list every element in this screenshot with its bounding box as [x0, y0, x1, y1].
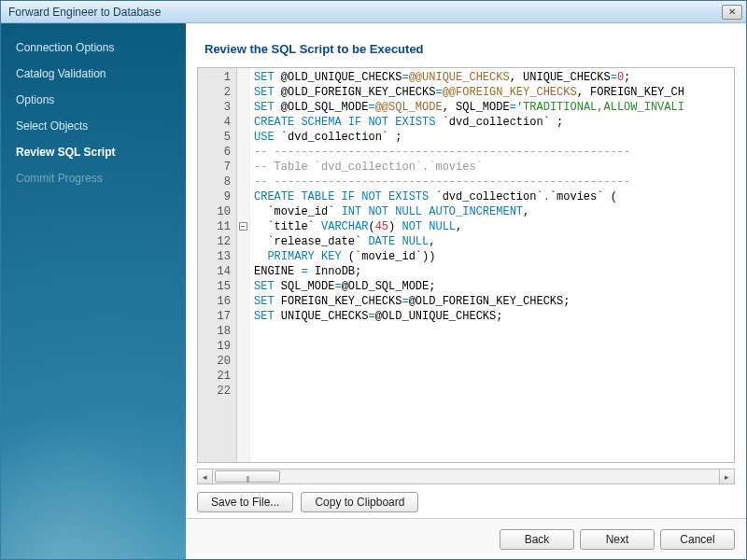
line-number: 5: [215, 130, 231, 145]
code-line[interactable]: -- Table `dvd_collection`.`movies`: [254, 160, 730, 175]
save-to-file-button[interactable]: Save to File...: [197, 492, 293, 512]
action-row: Save to File... Copy to Clipboard: [197, 492, 735, 512]
line-number: 9: [215, 189, 231, 204]
line-number: 1: [215, 70, 231, 85]
page-title: Review the SQL Script to be Executed: [186, 23, 746, 67]
next-button[interactable]: Next: [580, 529, 655, 550]
line-number: 21: [215, 369, 231, 384]
code-line[interactable]: ENGINE = InnoDB;: [254, 264, 730, 279]
line-number: 2: [215, 85, 231, 100]
line-number: 16: [215, 294, 231, 309]
line-number: 22: [215, 384, 231, 399]
fold-column[interactable]: −: [237, 68, 250, 462]
line-number: 4: [215, 115, 231, 130]
copy-to-clipboard-button[interactable]: Copy to Clipboard: [301, 492, 418, 512]
back-button[interactable]: Back: [500, 529, 574, 550]
line-number: 20: [215, 354, 231, 369]
sidebar-item-commit-progress: Commit Progress: [1, 165, 186, 191]
sidebar-item-review-sql-script[interactable]: Review SQL Script: [1, 139, 186, 165]
main-panel: Review the SQL Script to be Executed 123…: [186, 23, 746, 559]
sidebar-item-options[interactable]: Options: [1, 87, 186, 113]
window-title: Forward Engineer to Database: [8, 6, 722, 19]
scrollbar-thumb[interactable]: |||: [215, 470, 280, 483]
line-number-gutter: 12345678910111213141516171819202122: [198, 68, 237, 462]
code-line[interactable]: `title` VARCHAR(45) NOT NULL,: [254, 219, 730, 234]
wizard-sidebar: Connection Options Catalog Validation Op…: [1, 23, 186, 559]
code-line[interactable]: -- -------------------------------------…: [254, 175, 730, 189]
close-icon[interactable]: ✕: [722, 5, 742, 20]
code-line[interactable]: PRIMARY KEY (`movie_id`)): [254, 249, 730, 264]
sidebar-item-connection-options[interactable]: Connection Options: [1, 35, 186, 61]
scrollbar-grip-icon: |||: [246, 474, 248, 483]
line-number: 17: [215, 309, 231, 324]
line-number: 10: [215, 204, 231, 219]
sql-editor[interactable]: 12345678910111213141516171819202122 − SE…: [197, 67, 735, 463]
code-line[interactable]: `release_date` DATE NULL,: [254, 234, 730, 249]
sidebar-item-catalog-validation[interactable]: Catalog Validation: [1, 61, 186, 87]
code-line[interactable]: SET @OLD_UNIQUE_CHECKS=@@UNIQUE_CHECKS, …: [254, 70, 730, 85]
cancel-button[interactable]: Cancel: [660, 529, 735, 550]
line-number: 11: [215, 219, 231, 234]
line-number: 12: [215, 234, 231, 249]
code-line[interactable]: SET @OLD_SQL_MODE=@@SQL_MODE, SQL_MODE='…: [254, 100, 730, 115]
code-line[interactable]: USE `dvd_collection` ;: [254, 130, 730, 145]
line-number: 6: [215, 145, 231, 160]
line-number: 19: [215, 339, 231, 354]
code-line[interactable]: SET @OLD_FOREIGN_KEY_CHECKS=@@FOREIGN_KE…: [254, 85, 730, 100]
footer: Back Next Cancel: [186, 518, 746, 559]
code-line[interactable]: `movie_id` INT NOT NULL AUTO_INCREMENT,: [254, 204, 730, 219]
line-number: 7: [215, 160, 231, 175]
scroll-right-icon[interactable]: ▸: [719, 469, 734, 483]
line-number: 14: [215, 264, 231, 279]
line-number: 3: [215, 100, 231, 115]
line-number: 13: [215, 249, 231, 264]
code-line[interactable]: SET FOREIGN_KEY_CHECKS=@OLD_FOREIGN_KEY_…: [254, 294, 730, 309]
horizontal-scrollbar[interactable]: ◂ ||| ▸: [197, 469, 735, 484]
line-number: 15: [215, 279, 231, 294]
code-line[interactable]: SET UNIQUE_CHECKS=@OLD_UNIQUE_CHECKS;: [254, 309, 730, 324]
titlebar: Forward Engineer to Database ✕: [1, 1, 746, 23]
code-area[interactable]: SET @OLD_UNIQUE_CHECKS=@@UNIQUE_CHECKS, …: [250, 68, 734, 462]
body: Connection Options Catalog Validation Op…: [1, 23, 746, 559]
code-line[interactable]: SET SQL_MODE=@OLD_SQL_MODE;: [254, 279, 730, 294]
scroll-left-icon[interactable]: ◂: [198, 469, 213, 483]
code-line[interactable]: CREATE SCHEMA IF NOT EXISTS `dvd_collect…: [254, 115, 730, 130]
sidebar-item-select-objects[interactable]: Select Objects: [1, 113, 186, 139]
line-number: 8: [215, 175, 231, 189]
code-line[interactable]: CREATE TABLE IF NOT EXISTS `dvd_collecti…: [254, 189, 730, 204]
line-number: 18: [215, 324, 231, 339]
code-line[interactable]: -- -------------------------------------…: [254, 145, 730, 160]
fold-toggle-icon[interactable]: −: [239, 222, 247, 231]
